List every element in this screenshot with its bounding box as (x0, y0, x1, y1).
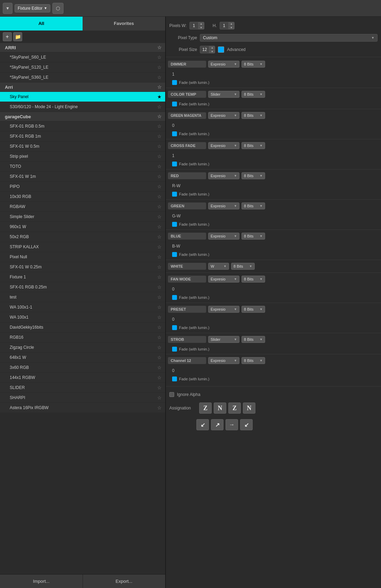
star-icon[interactable]: ☆ (157, 234, 162, 240)
list-item[interactable]: WA 100x1☆ (0, 312, 165, 322)
crossfade-fade-checkbox[interactable] (172, 162, 177, 166)
list-item[interactable]: *SkyPanel_S360_LE ☆ (0, 72, 165, 83)
list-item[interactable]: SHARPI☆ (0, 393, 165, 403)
list-item[interactable]: 144x1 RGBW☆ (0, 373, 165, 383)
list-item[interactable]: Fixture 1☆ (0, 272, 165, 282)
pixels-h-up[interactable]: ▲ (229, 22, 234, 26)
star-icon[interactable]: ☆ (157, 204, 162, 209)
group-star-arri[interactable]: ☆ (157, 45, 162, 50)
list-item[interactable]: SFX-01 W 0.5m☆ (0, 141, 165, 152)
star-icon[interactable]: ☆ (157, 164, 162, 169)
group-star-garagecube[interactable]: ☆ (157, 114, 162, 119)
star-icon[interactable]: ☆ (157, 184, 162, 189)
channel-curve-green[interactable]: Expresio ▼ (208, 202, 239, 209)
channel-curve-dimmer[interactable]: Expresio ▼ (208, 61, 239, 68)
pixels-h-down[interactable]: ▼ (229, 26, 234, 29)
star-icon[interactable]: ☆ (157, 304, 162, 310)
assign-button-sw2[interactable]: ↙ (240, 419, 253, 430)
fixture-editor-dropdown[interactable]: Fixture Editor ▼ (15, 4, 50, 12)
greenmagenta-fade-checkbox[interactable] (172, 131, 177, 136)
channel-bits-preset[interactable]: 8 Bits ▼ (242, 306, 265, 313)
pixel-size-spinbox[interactable]: 12 ▲ ▼ (200, 46, 215, 53)
star-icon[interactable]: ★ (157, 94, 162, 100)
channel-bits-red[interactable]: 8 Bits ▼ (242, 172, 265, 179)
star-icon[interactable]: ☆ (157, 325, 162, 330)
list-item[interactable]: test☆ (0, 292, 165, 302)
list-item[interactable]: 50x2 RGB☆ (0, 232, 165, 242)
star-icon[interactable]: ☆ (157, 365, 162, 370)
channel-bits-blue[interactable]: 8 Bits ▼ (242, 233, 265, 240)
star-icon[interactable]: ☆ (157, 54, 162, 60)
star-icon[interactable]: ☆ (157, 133, 162, 139)
star-icon[interactable]: ☆ (157, 75, 162, 80)
channel-bits-fanmode[interactable]: 8 Bits ▼ (242, 276, 265, 283)
list-item[interactable]: *SkyPanel_S120_LE ☆ (0, 62, 165, 72)
list-item[interactable]: 648x1 W☆ (0, 353, 165, 363)
list-item[interactable]: SFX-01 W 1m☆ (0, 172, 165, 182)
star-icon[interactable]: ☆ (157, 144, 162, 149)
star-icon[interactable]: ☆ (157, 64, 162, 70)
pixel-size-up[interactable]: ▲ (209, 46, 215, 50)
list-item[interactable]: Zigzag Circle☆ (0, 343, 165, 353)
star-icon[interactable]: ☆ (157, 274, 162, 280)
channel-bits-white[interactable]: 8 Bits ▼ (231, 263, 255, 270)
channel-bits-channel12[interactable]: 8 Bits ▼ (242, 357, 265, 364)
pixel-type-dropdown[interactable]: Custom ▼ (200, 34, 378, 42)
pixels-w-spinbox[interactable]: 1 ▲ ▼ (189, 22, 204, 29)
list-item[interactable]: Strip pixel☆ (0, 152, 165, 162)
color-swatch[interactable] (218, 46, 224, 53)
group-star-arri2[interactable]: ☆ (157, 84, 162, 90)
channel-curve-preset[interactable]: Expresio ▼ (208, 306, 239, 313)
star-icon[interactable]: ☆ (157, 244, 162, 250)
assign-button-right[interactable]: → (226, 419, 238, 430)
list-item[interactable]: 3x60 RGB☆ (0, 363, 165, 373)
list-item[interactable]: TOTO☆ (0, 162, 165, 172)
star-icon[interactable]: ☆ (157, 355, 162, 360)
star-icon[interactable]: ☆ (157, 335, 162, 340)
channel-curve-white[interactable]: W ▼ (208, 263, 229, 270)
star-icon[interactable]: ☆ (157, 345, 162, 350)
list-item[interactable]: RGB16☆ (0, 332, 165, 343)
red-fade-checkbox[interactable] (172, 192, 177, 197)
strob-fade-checkbox[interactable] (172, 347, 177, 352)
channel-bits-green[interactable]: 8 Bits ▼ (242, 202, 265, 209)
pixels-w-up[interactable]: ▲ (198, 22, 204, 26)
list-item[interactable]: SFX-01 RGB 1m☆ (0, 131, 165, 141)
star-icon[interactable]: ☆ (157, 395, 162, 400)
advanced-button[interactable]: Advanced (227, 47, 245, 52)
channel-bits-strob[interactable]: 8 Bits ▼ (242, 336, 265, 343)
pixel-size-down[interactable]: ▼ (209, 50, 215, 53)
colortemp-fade-checkbox[interactable] (172, 102, 177, 106)
list-item[interactable]: Pixel Null☆ (0, 252, 165, 262)
star-icon[interactable]: ☆ (157, 224, 162, 230)
star-icon[interactable]: ☆ (157, 104, 162, 110)
assign-button-n1[interactable]: N (214, 403, 226, 414)
tab-favorites[interactable]: Favorites (83, 17, 165, 31)
list-item[interactable]: PIPO☆ (0, 182, 165, 192)
pixels-w-down[interactable]: ▼ (198, 26, 204, 29)
list-item[interactable]: *SkyPanel_S60_LE ☆ (0, 52, 165, 62)
star-icon[interactable]: ☆ (157, 405, 162, 410)
star-icon[interactable]: ☆ (157, 214, 162, 219)
list-item[interactable]: Simple Slider☆ (0, 212, 165, 222)
star-icon[interactable]: ☆ (157, 314, 162, 320)
channel-bits-colortemp[interactable]: 8 Bits ▼ (242, 91, 265, 98)
tab-all[interactable]: All (0, 17, 83, 31)
channel-curve-crossfade[interactable]: Expresio ▼ (208, 142, 239, 149)
channel-curve-strob[interactable]: Slider ▼ (208, 336, 239, 343)
list-item[interactable]: Astera 16Pix IRGBW☆ (0, 403, 165, 413)
list-item[interactable]: SFX-01 RGB 0.5m☆ (0, 121, 165, 131)
star-icon[interactable]: ☆ (157, 154, 162, 159)
channel12-fade-checkbox[interactable] (172, 377, 177, 381)
channel-bits-dimmer[interactable]: 8 Bits ▼ (242, 61, 265, 68)
assign-button-z1[interactable]: Z (199, 403, 212, 414)
external-link-button[interactable]: ⬡ (52, 3, 64, 14)
star-icon[interactable]: ☆ (157, 284, 162, 290)
list-item[interactable]: STRIP KALLAX☆ (0, 242, 165, 252)
assign-button-ne[interactable]: ↗ (211, 419, 223, 430)
dimmer-fade-checkbox[interactable] (172, 80, 177, 85)
menu-down-arrow[interactable]: ▼ (3, 3, 12, 14)
star-icon[interactable]: ☆ (157, 264, 162, 270)
import-button[interactable]: Import... (0, 574, 83, 588)
star-icon[interactable]: ☆ (157, 294, 162, 300)
